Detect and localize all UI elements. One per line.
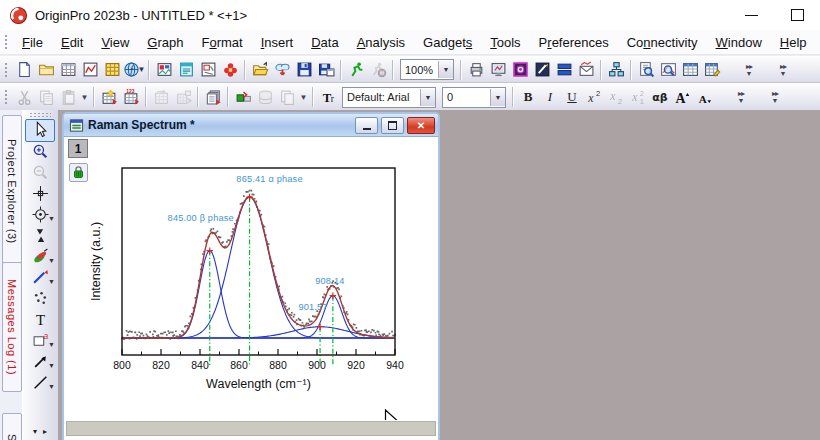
open-cloud-button[interactable] <box>271 59 293 81</box>
new-graph-button[interactable] <box>79 59 101 81</box>
menu-insert[interactable]: Insert <box>252 32 303 53</box>
graph-close-button[interactable]: ✕ <box>407 117 435 134</box>
stop-labtalk-button[interactable] <box>367 59 389 81</box>
reimport-direct-button[interactable] <box>172 86 194 108</box>
raman-spectrum-plot[interactable]: 845.00 β phase865.41 α phase901.57908.14… <box>66 139 437 420</box>
format-brush-button[interactable] <box>531 59 553 81</box>
zoom-pan-button[interactable] <box>657 59 679 81</box>
graph-restore-button[interactable] <box>381 117 404 134</box>
italic-button[interactable]: I <box>539 86 561 108</box>
maximize-button[interactable] <box>786 4 808 26</box>
duplicate-button[interactable] <box>276 86 298 108</box>
tools-grip[interactable] <box>29 112 51 117</box>
menu-format[interactable]: Format <box>192 32 251 53</box>
screen-reader-tool-button[interactable]: ▼ <box>26 205 54 226</box>
record-video-button[interactable] <box>509 59 531 81</box>
database-button[interactable] <box>254 86 276 108</box>
menu-tools[interactable]: Tools <box>481 32 529 53</box>
new-notes-button[interactable] <box>175 59 197 81</box>
zoom-out-tool-button[interactable] <box>26 163 54 184</box>
chevron-down-icon[interactable]: ▼ <box>490 89 505 106</box>
tools-scroll-more[interactable]: ▸ <box>43 427 47 436</box>
cut-button[interactable] <box>13 86 35 108</box>
chevron-down-icon[interactable]: ▼ <box>48 383 55 390</box>
worksheet-button[interactable] <box>679 59 701 81</box>
toolbar-overflow-button[interactable]: ▸▸▼ <box>775 63 791 77</box>
sidebar-tab-project-explorer-3[interactable]: Project Explorer (3) <box>2 115 22 267</box>
text-tool-tool-button[interactable]: T <box>26 310 54 331</box>
superscript-button[interactable]: x2 <box>583 86 605 108</box>
new-project-button[interactable] <box>13 59 35 81</box>
menu-preferences[interactable]: Preferences <box>530 32 618 53</box>
graph-window-titlebar[interactable]: Raman Spectrum * ✕ <box>64 114 438 137</box>
menubar-grip[interactable] <box>4 34 8 50</box>
save-window-button[interactable] <box>315 59 337 81</box>
font-type-button[interactable]: Tr <box>317 86 339 108</box>
dropdown-arrow-button[interactable]: ▼ <box>298 86 309 108</box>
batch-process-button[interactable] <box>202 86 224 108</box>
slide-show-button[interactable] <box>487 59 509 81</box>
paste-button[interactable] <box>57 86 79 108</box>
graph-horizontal-scrollbar[interactable] <box>66 421 436 436</box>
toolbar-overflow-button[interactable]: ▸▸▼ <box>741 63 757 77</box>
subscript-button[interactable]: x2 <box>605 86 627 108</box>
chevron-down-icon[interactable]: ▼ <box>420 89 435 106</box>
cluster-dots-tool-button[interactable] <box>26 289 54 310</box>
chevron-down-icon[interactable]: ▼ <box>48 341 55 348</box>
arrow-tool-tool-button[interactable]: ▼ <box>26 352 54 373</box>
toolbar-overflow-button[interactable]: ▸▸▼ <box>767 90 783 104</box>
menu-data[interactable]: Data <box>302 32 347 53</box>
font-combo[interactable]: Default: Arial▼ <box>342 87 436 108</box>
worksheet-edit-button[interactable] <box>701 59 723 81</box>
annotation-tool-button[interactable]: a▼ <box>26 331 54 352</box>
chevron-down-icon[interactable]: ▼ <box>48 215 55 222</box>
toolbar-overflow-button[interactable]: ▸▸▼ <box>733 90 749 104</box>
run-labtalk-button[interactable] <box>345 59 367 81</box>
greek-button[interactable]: αβ <box>649 86 671 108</box>
font-increase-button[interactable]: A <box>671 86 693 108</box>
data-selector-tool-button[interactable] <box>26 226 54 247</box>
zoom-combo[interactable]: 100%▼ <box>400 59 454 80</box>
graph-minimize-button[interactable] <box>355 117 378 134</box>
chevron-down-icon[interactable]: ▼ <box>48 362 55 369</box>
menu-analysis[interactable]: Analysis <box>348 32 414 53</box>
menu-edit[interactable]: Edit <box>52 32 92 53</box>
save-button[interactable] <box>293 59 315 81</box>
reimport-button[interactable] <box>150 86 172 108</box>
tools-scroll-up[interactable]: ▾ <box>33 427 37 436</box>
sidebar-tab-messages-log-1[interactable]: Messages Log (1) <box>2 262 22 392</box>
new-layout-button[interactable] <box>197 59 219 81</box>
layer-bars-button[interactable] <box>553 59 575 81</box>
new-matrix-button[interactable] <box>101 59 123 81</box>
minimize-button[interactable] <box>740 4 762 26</box>
data-reader-tool-button[interactable] <box>26 184 54 205</box>
subsuperscript-button[interactable]: x21 <box>627 86 649 108</box>
print-button[interactable] <box>465 59 487 81</box>
append-data-button[interactable] <box>232 86 254 108</box>
line-tool-tool-button[interactable]: ▼ <box>26 373 54 394</box>
menu-help[interactable]: Help <box>771 32 816 53</box>
menu-gadgets[interactable]: Gadgets <box>414 32 481 53</box>
copy-button[interactable] <box>35 86 57 108</box>
underline-button[interactable]: U <box>561 86 583 108</box>
size-combo[interactable]: 0▼ <box>442 87 506 108</box>
menu-connectivity[interactable]: Connectivity <box>618 32 707 53</box>
mask-range-tool-button[interactable]: ▼ <box>26 247 54 268</box>
zoom-in-tool-button[interactable] <box>26 142 54 163</box>
menu-graph[interactable]: Graph <box>138 32 192 53</box>
chevron-down-icon[interactable]: ▼ <box>138 65 146 74</box>
graph-canvas[interactable]: 1 845.00 β phase865.41 α phase901.57908.… <box>65 137 437 420</box>
bold-button[interactable]: B <box>517 86 539 108</box>
toolbar-grip[interactable] <box>4 89 8 105</box>
sidebar-tab-smar[interactable]: Smar <box>2 413 22 440</box>
font-decrease-button[interactable]: A <box>693 86 715 108</box>
new-folder-button[interactable] <box>35 59 57 81</box>
pointer-tool-button[interactable] <box>25 119 55 142</box>
project-map-button[interactable] <box>605 59 627 81</box>
menu-file[interactable]: File <box>13 32 52 53</box>
chevron-down-icon[interactable]: ▼ <box>48 257 55 264</box>
import-ascii-button[interactable]: 123 <box>120 86 142 108</box>
toolbar-grip[interactable] <box>4 62 8 78</box>
find-button[interactable] <box>635 59 657 81</box>
menu-window[interactable]: Window <box>707 32 771 53</box>
